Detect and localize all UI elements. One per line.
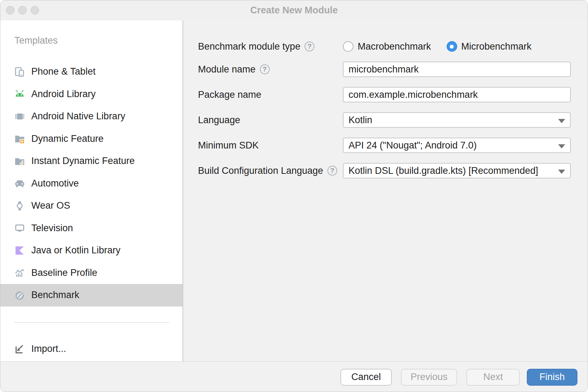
sidebar-item-baseline-profile[interactable]: Baseline Profile (0, 262, 183, 284)
android-library-icon (14, 89, 25, 99)
template-list: Phone & Tablet Android Library (0, 61, 183, 306)
sidebar-item-java-kotlin-library[interactable]: Java or Kotlin Library (0, 239, 183, 262)
window-title: Create New Module (0, 0, 588, 20)
language-select[interactable]: Kotlin (343, 112, 571, 128)
title-bar: Create New Module (0, 0, 588, 20)
car-icon (14, 178, 25, 189)
language-label: Language (198, 115, 343, 126)
dynamic-feature-folder-icon (14, 133, 25, 144)
sidebar-item-dynamic-feature[interactable]: Dynamic Feature (0, 128, 183, 150)
sidebar-item-label: Import... (31, 343, 66, 354)
templates-header: Templates (14, 35, 58, 46)
sidebar-item-label: Benchmark (31, 290, 79, 301)
module-name-input[interactable] (343, 62, 571, 77)
help-icon[interactable]: ? (305, 42, 314, 51)
benchmark-gauge-icon (14, 290, 25, 301)
watch-icon (14, 201, 25, 211)
finish-button[interactable]: Finish (527, 369, 577, 386)
sidebar-item-label: Baseline Profile (31, 267, 97, 278)
benchmark-module-type-label: Benchmark module type ? (198, 41, 343, 52)
build-config-language-select[interactable]: Kotlin DSL (build.gradle.kts) [Recommend… (343, 163, 571, 178)
help-icon[interactable]: ? (327, 166, 337, 176)
sidebar-item-label: Automotive (31, 178, 79, 189)
import-icon (14, 344, 25, 354)
previous-button[interactable]: Previous (401, 369, 457, 386)
package-name-input[interactable] (343, 87, 571, 102)
chevron-down-icon (558, 170, 565, 174)
phone-tablet-icon (14, 67, 25, 77)
macrobenchmark-radio-option[interactable]: Macrobenchmark (343, 41, 431, 52)
sidebar-item-television[interactable]: Television (0, 217, 183, 240)
sidebar-item-label: Wear OS (31, 200, 70, 211)
sidebar-item-benchmark[interactable]: Benchmark (0, 284, 183, 306)
package-name-label: Package name (198, 89, 343, 100)
module-name-label: Module name ? (198, 64, 343, 75)
module-form: Benchmark module type ? Macrobenchmark M… (183, 20, 588, 361)
sidebar-item-phone-tablet[interactable]: Phone & Tablet (0, 61, 183, 83)
sidebar-item-label: Android Native Library (31, 111, 125, 122)
cancel-button[interactable]: Cancel (340, 369, 392, 386)
baseline-profile-chart-icon (14, 267, 25, 278)
benchmark-type-radio-group: Macrobenchmark Microbenchmark (343, 41, 547, 52)
minimum-sdk-select[interactable]: API 24 ("Nougat"; Android 7.0) (343, 138, 571, 153)
microbenchmark-radio-option[interactable]: Microbenchmark (447, 41, 532, 52)
instant-dynamic-feature-folder-icon (14, 156, 25, 166)
sidebar-item-android-library[interactable]: Android Library (0, 83, 183, 106)
sidebar-divider (14, 322, 169, 323)
tv-icon (14, 223, 25, 233)
create-new-module-dialog: Create New Module Templates Phone & Tabl… (0, 0, 588, 392)
sidebar-item-import[interactable]: Import... (0, 338, 183, 360)
sidebar-item-label: Instant Dynamic Feature (31, 156, 135, 166)
dialog-footer: Cancel Previous Next Finish (0, 361, 588, 392)
sidebar-item-label: Java or Kotlin Library (31, 245, 121, 256)
templates-sidebar: Templates Phone & Tablet (0, 20, 183, 361)
chip-icon (14, 111, 25, 122)
sidebar-item-label: Dynamic Feature (31, 133, 104, 144)
minimum-sdk-label: Minimum SDK (198, 140, 343, 151)
sidebar-item-automotive[interactable]: Automotive (0, 172, 183, 195)
sidebar-item-wear-os[interactable]: Wear OS (0, 195, 183, 217)
sidebar-item-label: Television (31, 223, 73, 234)
chevron-down-icon (558, 144, 565, 148)
radio-unchecked-icon[interactable] (343, 41, 353, 52)
build-config-language-label: Build Configuration Language ? (198, 165, 343, 176)
chevron-down-icon (558, 119, 565, 123)
help-icon[interactable]: ? (260, 64, 270, 74)
kotlin-flag-icon (14, 245, 25, 256)
sidebar-item-label: Android Library (31, 89, 96, 100)
radio-checked-icon[interactable] (447, 41, 457, 52)
sidebar-item-android-native-library[interactable]: Android Native Library (0, 105, 183, 128)
next-button[interactable]: Next (466, 369, 520, 386)
sidebar-item-instant-dynamic-feature[interactable]: Instant Dynamic Feature (0, 150, 183, 172)
sidebar-item-label: Phone & Tablet (31, 66, 96, 77)
